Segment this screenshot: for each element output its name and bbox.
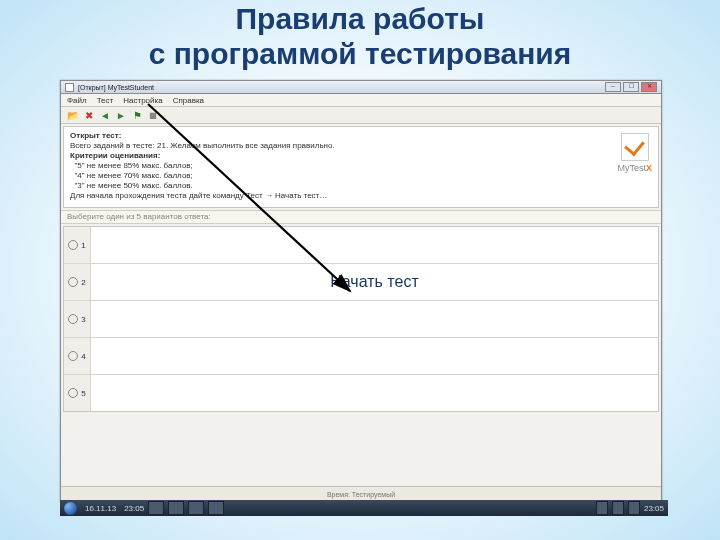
answer-body: [91, 338, 658, 374]
answer-body-annotation: Начать тест: [91, 264, 658, 300]
info-hint: Для начала прохождения теста дайте коман…: [70, 191, 327, 200]
answer-row-3[interactable]: 3: [64, 301, 658, 338]
info-line1: Всего заданий в тесте: 21. Желаем выполн…: [70, 141, 335, 150]
finish-icon[interactable]: ⏹: [147, 109, 159, 121]
logo-text: MyTestX: [617, 163, 652, 173]
answer-number: 5: [81, 389, 85, 398]
taskbar-app-2[interactable]: [168, 501, 184, 515]
logo-brand: MyTest: [617, 163, 646, 173]
menu-settings[interactable]: Настройка: [123, 96, 162, 105]
criteria-4: "4" не менее 70% макс. баллов;: [74, 171, 192, 180]
status-text: Время: Тестируемый: [327, 491, 395, 498]
tray-icon-1[interactable]: [596, 501, 608, 515]
question-strip: Выберите один из 5 вариантов ответа:: [61, 210, 661, 224]
menubar: Файл Тест Настройка Справка: [61, 94, 661, 107]
open-icon[interactable]: 📂: [67, 109, 79, 121]
slide: Правила работы с программой тестирования…: [0, 0, 720, 540]
start-orb-icon[interactable]: [64, 502, 77, 515]
app-icon: [65, 83, 74, 92]
answer-option-5[interactable]: 5: [64, 375, 91, 411]
answer-option-4[interactable]: 4: [64, 338, 91, 374]
tray-icon-3[interactable]: [628, 501, 640, 515]
minimize-button[interactable]: –: [605, 82, 621, 92]
menu-help[interactable]: Справка: [173, 96, 204, 105]
answer-option-2[interactable]: 2: [64, 264, 91, 300]
slide-title-line2: с программой тестирования: [149, 37, 572, 70]
answer-option-3[interactable]: 3: [64, 301, 91, 337]
prev-icon[interactable]: ◄: [99, 109, 111, 121]
criteria-3: "3" не менее 50% макс. баллов.: [74, 181, 192, 190]
tray-icon-2[interactable]: [612, 501, 624, 515]
maximize-button[interactable]: ☐: [623, 82, 639, 92]
slide-title-line1: Правила работы: [236, 2, 485, 35]
statusbar: Время: Тестируемый: [61, 486, 661, 501]
radio-icon: [68, 277, 78, 287]
taskbar-app-4[interactable]: [208, 501, 224, 515]
answer-row-1[interactable]: 1: [64, 227, 658, 264]
answer-option-1[interactable]: 1: [64, 227, 91, 263]
answer-body: [91, 375, 658, 411]
application-window: [Открыт] MyTestStudent – ☐ ✕ Файл Тест Н…: [60, 80, 662, 502]
logo-suffix: X: [646, 163, 652, 173]
taskbar-app-1[interactable]: [148, 501, 164, 515]
answers-panel: 1 2 Начать тест 3 4 5: [63, 226, 659, 412]
slide-title: Правила работы с программой тестирования: [0, 2, 720, 71]
answer-number: 4: [81, 352, 85, 361]
menu-file[interactable]: Файл: [67, 96, 87, 105]
taskbar-app-3[interactable]: [188, 501, 204, 515]
stop-icon[interactable]: ✖: [83, 109, 95, 121]
taskbar-date: 16.11.13: [85, 504, 116, 513]
window-title: [Открыт] MyTestStudent: [78, 84, 605, 91]
flag-icon[interactable]: ⚑: [131, 109, 143, 121]
radio-icon: [68, 351, 78, 361]
annotation-text: Начать тест: [330, 273, 418, 291]
answer-row-2[interactable]: 2 Начать тест: [64, 264, 658, 301]
answer-number: 3: [81, 315, 85, 324]
answer-number: 1: [81, 241, 85, 250]
taskbar-clock[interactable]: 23:05: [644, 504, 664, 513]
answer-row-5[interactable]: 5: [64, 375, 658, 411]
info-panel: Открыт тест: Всего заданий в тесте: 21. …: [63, 126, 659, 208]
check-icon: [621, 133, 649, 161]
taskbar-time-left: 23:05: [124, 504, 144, 513]
taskbar: 16.11.13 23:05 23:05: [60, 500, 668, 516]
radio-icon: [68, 388, 78, 398]
window-controls: – ☐ ✕: [605, 82, 657, 92]
app-logo: MyTestX: [617, 133, 652, 174]
answer-body: [91, 301, 658, 337]
radio-icon: [68, 314, 78, 324]
answer-body: [91, 227, 658, 263]
answer-row-4[interactable]: 4: [64, 338, 658, 375]
radio-icon: [68, 240, 78, 250]
next-icon[interactable]: ►: [115, 109, 127, 121]
close-button[interactable]: ✕: [641, 82, 657, 92]
criteria-5: "5" не менее 85% макс. баллов;: [74, 161, 192, 170]
menu-test[interactable]: Тест: [97, 96, 114, 105]
info-heading: Открыт тест:: [70, 131, 121, 140]
criteria-title: Критерии оценивания:: [70, 151, 160, 160]
answer-number: 2: [81, 278, 85, 287]
toolbar: 📂 ✖ ◄ ► ⚑ ⏹: [61, 107, 661, 124]
window-titlebar: [Открыт] MyTestStudent – ☐ ✕: [61, 81, 661, 94]
